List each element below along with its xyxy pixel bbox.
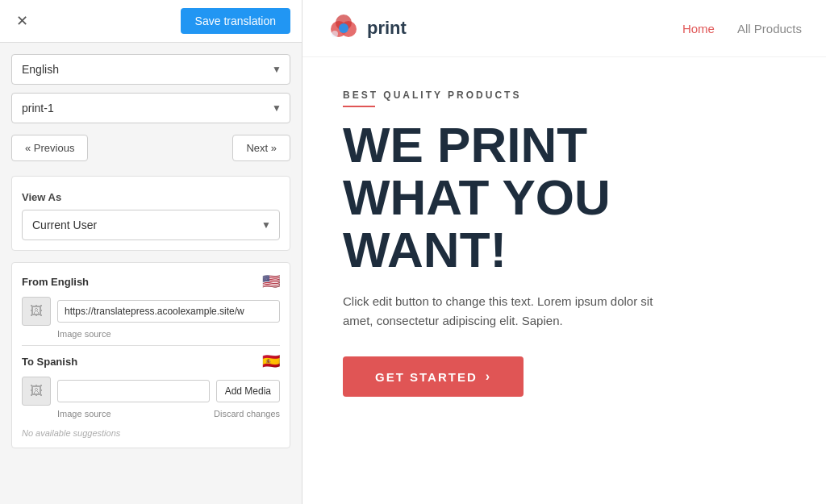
discard-changes-link[interactable]: Discard changes	[214, 409, 280, 419]
view-as-select-wrapper[interactable]: Current User Admin Guest ▼	[22, 210, 280, 240]
view-as-section: View As Current User Admin Guest ▼	[11, 176, 290, 251]
previous-button[interactable]: « Previous	[11, 135, 88, 161]
save-translation-button[interactable]: Save translation	[181, 8, 290, 34]
body-text: Click edit button to change this text. L…	[343, 292, 682, 331]
from-image-placeholder: 🖼	[22, 297, 51, 326]
nav-buttons: « Previous Next »	[11, 135, 290, 161]
logo-icon	[327, 11, 361, 45]
top-bar: ✕ Save translation	[0, 0, 302, 43]
cta-chevron-icon: ›	[486, 369, 491, 384]
language-select[interactable]: English Spanish French	[12, 55, 290, 84]
from-url-input[interactable]	[57, 300, 280, 323]
close-button[interactable]: ✕	[11, 10, 33, 31]
view-as-select[interactable]: Current User Admin Guest	[23, 210, 279, 240]
left-panel: ✕ Save translation English Spanish Frenc…	[0, 0, 302, 504]
right-panel: print Home All Products BEST QUALITY PRO…	[302, 0, 826, 504]
site-content: BEST QUALITY PRODUCTS WE PRINT WHAT YOU …	[302, 57, 826, 504]
site-nav: print Home All Products	[302, 0, 826, 57]
cta-button[interactable]: GET STARTED ›	[343, 356, 524, 397]
nav-all-products[interactable]: All Products	[737, 22, 802, 35]
suggestions-text: No available suggestions	[22, 428, 280, 438]
post-select-wrapper[interactable]: print-1 print-2 print-3 ▼	[11, 93, 290, 123]
hints-row: Image source Discard changes	[57, 409, 280, 423]
from-lang-row: From English 🇺🇸	[22, 273, 280, 290]
translation-section: From English 🇺🇸 🖼 Image source To Spanis…	[11, 262, 290, 448]
spanish-flag-icon: 🇪🇸	[262, 352, 280, 370]
logo-text: print	[367, 18, 407, 39]
headline-line1: WE PRINT	[343, 117, 587, 173]
image-icon: 🖼	[30, 304, 43, 319]
image-icon: 🖼	[30, 384, 43, 398]
next-button[interactable]: Next »	[232, 135, 290, 161]
language-select-wrapper[interactable]: English Spanish French ▼	[11, 54, 290, 85]
tagline-sub: BEST QUALITY PRODUCTS	[343, 90, 786, 112]
to-image-placeholder: 🖼	[22, 377, 51, 406]
post-select[interactable]: print-1 print-2 print-3	[12, 94, 290, 123]
to-image-hint: Image source	[57, 409, 111, 419]
main-headline: WE PRINT WHAT YOU WANT!	[343, 119, 786, 276]
nav-home[interactable]: Home	[682, 22, 715, 35]
logo-area: print	[327, 11, 407, 45]
to-url-input[interactable]	[57, 380, 210, 402]
from-image-hint: Image source	[57, 329, 280, 339]
nav-links: Home All Products	[682, 22, 802, 35]
from-lang-label: From English	[22, 276, 89, 288]
add-media-button[interactable]: Add Media	[216, 380, 280, 402]
svg-point-4	[332, 31, 338, 37]
svg-point-3	[339, 23, 348, 33]
to-lang-row: To Spanish 🇪🇸	[22, 352, 280, 370]
to-image-source-row: 🖼 Add Media	[22, 377, 280, 406]
headline-line2: WHAT YOU	[343, 169, 611, 225]
section-divider	[22, 345, 280, 346]
to-lang-label: To Spanish	[22, 356, 77, 368]
view-as-label: View As	[22, 191, 280, 203]
left-content: English Spanish French ▼ print-1 print-2…	[0, 43, 302, 460]
english-flag-icon: 🇺🇸	[262, 273, 280, 290]
headline-line3: WANT!	[343, 222, 507, 277]
cta-label: GET STARTED	[375, 370, 478, 384]
from-image-source-row: 🖼	[22, 297, 280, 326]
